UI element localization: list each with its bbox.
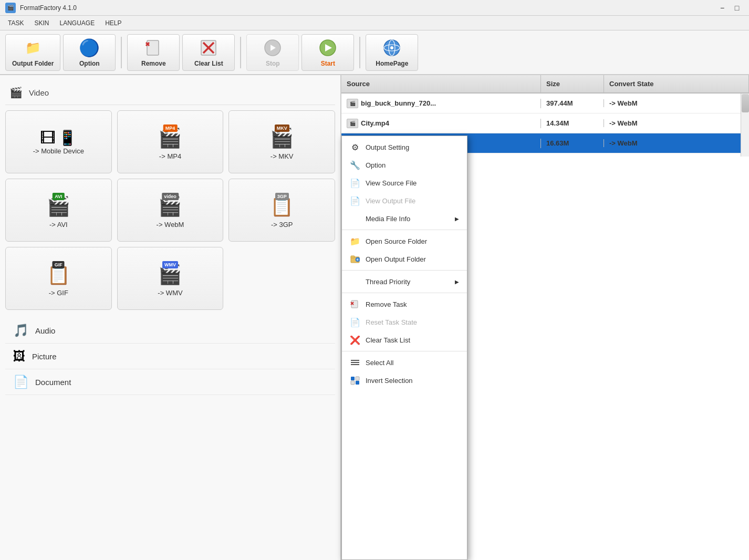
svg-rect-26	[351, 381, 355, 385]
ctx-sep-2	[342, 270, 467, 271]
remove-icon	[143, 38, 164, 58]
scroll-thumb[interactable]	[742, 94, 749, 112]
output-folder-label: Output Folder	[12, 60, 54, 67]
sidebar-context-area: Format Factory ⚙ Output Setting 🔧 Option…	[341, 136, 467, 560]
svg-rect-24	[351, 377, 355, 380]
webm-icon-container: 🎬 video	[154, 192, 186, 221]
mkv-icon-container: 🎬 MKV	[266, 123, 298, 152]
document-nav-item[interactable]: 📄 Document	[5, 369, 335, 395]
wmv-badge: WMV	[162, 261, 178, 268]
title-bar: 🎬 FormatFactory 4.1.0 − □	[0, 0, 749, 16]
remove-button[interactable]: Remove	[127, 34, 180, 71]
ctx-thread-priority-label: Thread Priority	[366, 278, 410, 286]
stop-button[interactable]: Stop	[246, 34, 299, 71]
view-source-icon: 📄	[350, 178, 360, 188]
picture-nav-item[interactable]: 🖼 Picture	[5, 344, 335, 369]
ctx-select-all-label: Select All	[366, 359, 393, 367]
menu-help[interactable]: HELP	[100, 17, 127, 29]
right-panel: Source Size Convert State 🎬 big_buck_bun…	[341, 75, 749, 560]
context-menu: ⚙ Output Setting 🔧 Option 📄 View Source …	[341, 136, 467, 560]
avi-label: -> AVI	[49, 221, 68, 229]
3gp-label: -> 3GP	[271, 221, 293, 229]
scroll-bar-area[interactable]	[741, 94, 749, 157]
left-panel: 🎬 Video 🎞 📱 -> Mobile Device 🎬 MP4 -> MP…	[0, 75, 341, 560]
mobile-icon-group: 🎞 📱	[40, 129, 77, 147]
video-grid: 🎞 📱 -> Mobile Device 🎬 MP4 -> MP4 🎬 MKV	[5, 110, 335, 310]
avi-icon-container: 🎬 AVI	[43, 192, 74, 221]
app-title: FormatFactory 4.1.0	[20, 4, 715, 12]
mkv-label: -> MKV	[271, 152, 294, 160]
file-row-1[interactable]: 🎬 big_buck_bunny_720... 397.44M -> WebM	[341, 94, 749, 113]
file-2-name: City.mp4	[361, 119, 389, 127]
ctx-clear-task[interactable]: ❌ Clear Task List	[342, 331, 467, 349]
convert-mp4-card[interactable]: 🎬 MP4 -> MP4	[117, 110, 224, 173]
clear-list-button[interactable]: Clear List	[182, 34, 235, 71]
ctx-view-source[interactable]: 📄 View Source File	[342, 174, 467, 192]
ctx-option-icon: 🔧	[350, 160, 360, 170]
folder-icon: 📁	[23, 38, 44, 58]
file-3-state: -> WebM	[604, 139, 749, 147]
ctx-open-source-label: Open Source Folder	[366, 237, 427, 245]
start-button[interactable]: Start	[301, 34, 354, 71]
convert-mkv-card[interactable]: 🎬 MKV -> MKV	[228, 110, 335, 173]
wmv-icon-container: 🎬 WMV	[154, 260, 186, 289]
media-info-icon	[350, 213, 360, 224]
ctx-select-all[interactable]: Select All	[342, 354, 467, 371]
convert-webm-card[interactable]: 🎬 video -> WebM	[117, 179, 224, 242]
maximize-button[interactable]: □	[730, 3, 744, 13]
file-1-name: big_buck_bunny_720...	[361, 99, 436, 107]
start-label: Start	[321, 60, 335, 67]
svg-rect-22	[351, 362, 359, 363]
ctx-output-setting[interactable]: ⚙ Output Setting	[342, 138, 467, 156]
menu-skin[interactable]: SKIN	[29, 17, 54, 29]
audio-nav-item[interactable]: 🎵 Audio	[5, 318, 335, 344]
file-row-2[interactable]: 🎬 City.mp4 14.34M -> WebM	[341, 113, 749, 133]
start-icon	[317, 38, 338, 58]
clear-list-label: Clear List	[194, 60, 223, 67]
ctx-option-label: Option	[366, 161, 386, 169]
ctx-view-source-label: View Source File	[366, 179, 417, 187]
thread-priority-icon	[350, 276, 360, 287]
option-button[interactable]: 🔵 Option	[63, 34, 116, 71]
ctx-view-output: 📄 View Output File	[342, 192, 467, 210]
menu-bar: TASK SKIN LANGUAGE HELP	[0, 16, 749, 30]
convert-gif-card[interactable]: 📋 GIF -> GIF	[5, 247, 112, 310]
convert-avi-card[interactable]: 🎬 AVI -> AVI	[5, 179, 112, 242]
menu-task[interactable]: TASK	[3, 17, 29, 29]
convert-mobile-card[interactable]: 🎞 📱 -> Mobile Device	[5, 110, 112, 173]
mobile-icon: 📱	[58, 129, 77, 147]
output-folder-button[interactable]: 📁 Output Folder	[5, 34, 60, 71]
file-list-header: Source Size Convert State	[341, 75, 749, 94]
ctx-invert-label: Invert Selection	[366, 377, 413, 385]
file-1-state: -> WebM	[604, 99, 749, 107]
convert-3gp-card[interactable]: 📋 3GP -> 3GP	[228, 179, 335, 242]
mp4-badge: MP4	[163, 125, 178, 132]
main-area: 🎬 Video 🎞 📱 -> Mobile Device 🎬 MP4 -> MP…	[0, 75, 749, 560]
ctx-media-info[interactable]: Media File Info ▶	[342, 210, 467, 227]
reset-state-icon: 📄	[350, 317, 360, 327]
file-1-thumb: 🎬	[347, 99, 358, 108]
separator-3	[359, 37, 360, 68]
minimize-button[interactable]: −	[715, 3, 729, 13]
document-icon: 📄	[13, 375, 29, 389]
ctx-invert-selection[interactable]: Invert Selection	[342, 371, 467, 389]
ctx-open-source-folder[interactable]: 📁 Open Source Folder	[342, 232, 467, 250]
stop-icon	[262, 38, 283, 58]
ctx-thread-priority[interactable]: Thread Priority ▶	[342, 273, 467, 291]
ctx-option[interactable]: 🔧 Option	[342, 156, 467, 174]
menu-language[interactable]: LANGUAGE	[54, 17, 100, 29]
mp4-icon-container: 🎬 MP4	[154, 123, 186, 152]
ctx-sep-3	[342, 293, 467, 293]
ctx-open-output-folder[interactable]: + Open Output Folder	[342, 250, 467, 268]
homepage-button[interactable]: HomePage	[366, 34, 418, 71]
media-info-arrow: ▶	[455, 216, 459, 222]
ctx-remove-task[interactable]: Remove Task	[342, 295, 467, 313]
audio-icon: 🎵	[13, 323, 29, 338]
convert-wmv-card[interactable]: 🎬 WMV -> WMV	[117, 247, 224, 310]
webm-label: -> WebM	[157, 221, 184, 229]
output-setting-icon: ⚙	[350, 142, 360, 152]
ctx-view-output-label: View Output File	[366, 197, 415, 205]
video-section-header[interactable]: 🎬 Video	[5, 80, 335, 105]
svg-text:+: +	[357, 258, 359, 262]
invert-selection-icon	[350, 375, 360, 386]
